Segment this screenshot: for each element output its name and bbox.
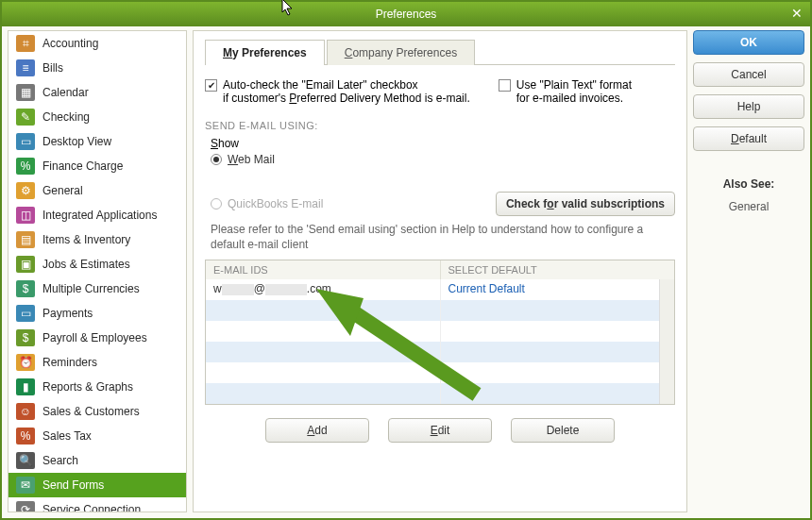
sidebar-item-payments[interactable]: ▭Payments — [8, 301, 186, 326]
sidebar-item-label: Service Connection — [42, 503, 141, 512]
sidebar-item-label: Calendar — [42, 86, 89, 99]
table-row[interactable] — [206, 383, 674, 404]
sidebar-item-label: Jobs & Estimates — [42, 258, 130, 271]
delete-button[interactable]: Delete — [511, 418, 615, 443]
sidebar-item-payroll[interactable]: $Payroll & Employees — [8, 326, 186, 350]
cancel-button[interactable]: Cancel — [693, 62, 804, 87]
sidebar-item-label: Search — [42, 454, 78, 467]
sidebar-item-jobs-estimates[interactable]: ▣Jobs & Estimates — [8, 252, 186, 277]
sidebar-item-label: Reminders — [42, 356, 97, 369]
checkbox-icon[interactable]: ✔ — [205, 79, 217, 92]
titlebar: Preferences ✕ — [2, 2, 810, 26]
cell-default: Current Default — [441, 279, 675, 300]
also-see-header: Also See: — [693, 177, 804, 191]
add-button[interactable]: Add — [265, 418, 369, 443]
sidebar-item-sales-tax[interactable]: %Sales Tax — [8, 424, 186, 448]
radio-web-mail[interactable]: Web Mail — [211, 153, 675, 166]
preferences-sidebar[interactable]: ⌗Accounting ≡Bills ▦Calendar ✎Checking ▭… — [8, 30, 187, 512]
sidebar-item-label: Integrated Applications — [42, 209, 157, 222]
sidebar-item-label: Accounting — [42, 37, 98, 50]
sidebar-item-finance-charge[interactable]: %Finance Charge — [8, 154, 186, 178]
table-row[interactable] — [206, 362, 674, 383]
send-email-using-label: SEND E-MAIL USING: — [205, 120, 675, 131]
tab-my-preferences[interactable]: My Preferences — [205, 40, 325, 65]
tabs: My Preferences Company Preferences — [205, 39, 675, 65]
radio-label: QuickBooks E-mail — [228, 197, 323, 210]
table-row[interactable] — [206, 321, 674, 342]
tab-company-preferences[interactable]: Company Preferences — [327, 40, 475, 65]
sidebar-item-general[interactable]: ⚙General — [8, 178, 186, 203]
check-label-line1: Use "Plain Text" format — [516, 78, 632, 92]
sidebar-item-label: Finance Charge — [42, 159, 123, 173]
default-button[interactable]: Default — [693, 126, 804, 151]
edit-button[interactable]: Edit — [388, 418, 492, 443]
right-column: OK Cancel Help Default Also See: General — [693, 30, 804, 512]
sidebar-item-bills[interactable]: ≡Bills — [8, 56, 186, 80]
ok-button[interactable]: OK — [693, 30, 804, 55]
sidebar-item-label: Payroll & Employees — [42, 331, 147, 344]
sidebar-item-accounting[interactable]: ⌗Accounting — [8, 31, 186, 56]
send-email-radio-group: Show Web Mail QuickBooks E-mail Check fo… — [211, 137, 675, 252]
check-label-line2: for e-mailed invoices. — [516, 92, 623, 105]
sidebar-item-label: Multiple Currencies — [42, 282, 140, 295]
sidebar-item-multi-currencies[interactable]: $Multiple Currencies — [8, 277, 186, 301]
sidebar-item-sales-customers[interactable]: ☺Sales & Customers — [8, 399, 186, 424]
table-buttons: Add Edit Delete — [205, 418, 675, 443]
sidebar-item-send-forms[interactable]: ✉Send Forms — [8, 473, 186, 497]
check-label-line2: if customer's Preferred Delivery Method … — [223, 92, 470, 105]
table-body[interactable]: w@.com Current Default — [206, 279, 674, 404]
table-row[interactable] — [206, 300, 674, 321]
sidebar-item-search[interactable]: 🔍Search — [8, 448, 186, 473]
email-table: E-MAIL IDS SELECT DEFAULT w@.com Current… — [205, 260, 675, 405]
sidebar-item-calendar[interactable]: ▦Calendar — [8, 80, 186, 105]
close-icon[interactable]: ✕ — [791, 6, 803, 21]
window-title: Preferences — [376, 8, 437, 21]
table-row[interactable]: w@.com Current Default — [206, 279, 674, 300]
preferences-window: Preferences ✕ ⌗Accounting ≡Bills ▦Calend… — [0, 0, 812, 520]
check-label-line1: Auto-check the "Email Later" checkbox — [223, 78, 418, 92]
col-email-ids: E-MAIL IDS — [206, 260, 441, 279]
sidebar-item-items-inventory[interactable]: ▤Items & Inventory — [8, 227, 186, 252]
sidebar-item-label: Reports & Graphs — [42, 380, 133, 394]
sidebar-item-desktop-view[interactable]: ▭Desktop View — [8, 129, 186, 154]
sidebar-item-reports[interactable]: ▮Reports & Graphs — [8, 375, 186, 399]
sidebar-item-label: Bills — [42, 61, 63, 75]
radio-quickbooks-email: QuickBooks E-mail — [211, 197, 323, 210]
check-subscriptions-button[interactable]: Check for valid subscriptions — [496, 192, 675, 216]
cell-email: w@.com — [206, 279, 441, 300]
sidebar-item-label: Payments — [42, 307, 93, 320]
sidebar-item-label: Sales Tax — [42, 429, 92, 443]
sidebar-item-checking[interactable]: ✎Checking — [8, 105, 186, 129]
show-label: Show — [211, 137, 675, 150]
sidebar-item-reminders[interactable]: ⏰Reminders — [8, 350, 186, 375]
table-header: E-MAIL IDS SELECT DEFAULT — [206, 260, 674, 279]
main-panel: My Preferences Company Preferences ✔ Aut… — [193, 30, 687, 512]
table-row[interactable] — [206, 342, 674, 362]
sidebar-item-label: Checking — [42, 110, 90, 124]
help-button[interactable]: Help — [693, 94, 804, 119]
use-plain-text[interactable]: Use "Plain Text" format for e-mailed inv… — [499, 78, 632, 105]
col-select-default: SELECT DEFAULT — [441, 260, 675, 279]
sidebar-item-label: Sales & Customers — [42, 405, 140, 418]
config-note: Please refer to the 'Send email using' s… — [211, 222, 675, 252]
sidebar-item-integrated-apps[interactable]: ◫Integrated Applications — [8, 203, 186, 227]
sidebar-item-label: General — [42, 184, 83, 197]
sidebar-item-label: Items & Inventory — [42, 233, 130, 246]
sidebar-item-service-connection[interactable]: ⟳Service Connection — [8, 497, 186, 512]
table-scrollbar[interactable] — [659, 279, 674, 404]
radio-icon — [211, 198, 222, 210]
cursor-icon — [281, 0, 296, 20]
also-see-general-link[interactable]: General — [693, 200, 804, 213]
auto-check-email-later[interactable]: ✔ Auto-check the "Email Later" checkbox … — [205, 78, 470, 105]
radio-label: Web Mail — [228, 153, 275, 166]
sidebar-item-label: Desktop View — [42, 135, 111, 148]
sidebar-item-label: Send Forms — [42, 478, 104, 492]
also-see: Also See: General — [693, 177, 804, 213]
options-row: ✔ Auto-check the "Email Later" checkbox … — [205, 78, 675, 105]
checkbox-icon[interactable] — [499, 79, 511, 92]
radio-icon[interactable] — [211, 154, 222, 165]
